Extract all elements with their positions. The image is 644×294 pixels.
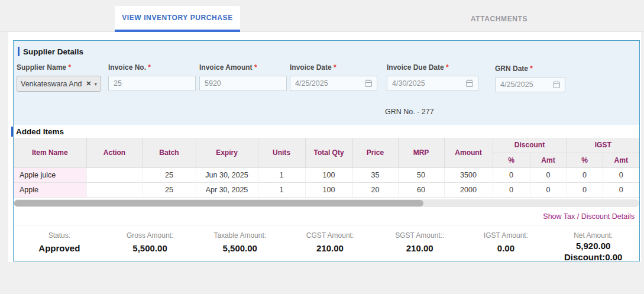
summary-label: Gross Amount: [105, 231, 195, 240]
field-invoice-date: Invoice Date * 4/25/2025 [290, 63, 377, 91]
invoice-due-date-input[interactable]: 4/30/2025 [387, 76, 478, 91]
cell-price: 35 [352, 167, 398, 182]
calendar-icon[interactable] [365, 80, 372, 87]
col-batch: Batch [143, 138, 196, 167]
summary-value: 0.00 [465, 243, 548, 253]
summary-label: Net Amount: [547, 231, 639, 240]
tab-attachments[interactable]: ATTACHMENTS [454, 7, 544, 31]
col-total-qty: Total Qty [305, 138, 352, 167]
field-label: Invoice Date * [290, 63, 377, 72]
table-row: Apple juice 25 Jun 30, 2025 1 100 35 50 … [14, 167, 639, 182]
chevron-down-icon[interactable]: ▾ [94, 81, 97, 87]
summary-igst-amount: IGST Amount: 0.00 [465, 231, 548, 262]
col-discount-pct: % [493, 153, 530, 167]
summary-label: SGST Amount:: [375, 231, 465, 240]
added-items-table: Item Name Action Batch Expiry Units Tota… [14, 138, 639, 198]
required-asterisk: * [446, 63, 449, 72]
supplier-details-title: Supplier Details [14, 41, 639, 56]
scrollbar-thumb[interactable] [14, 200, 423, 206]
invoice-amount-value: 5920 [205, 79, 221, 88]
cell-action [86, 182, 143, 197]
cell-igst-amt: 0 [603, 182, 639, 197]
summary-label: Taxable Amount: [195, 231, 285, 240]
invoice-date-value: 4/25/2025 [295, 79, 328, 88]
grn-date-value: 4/25/2025 [500, 80, 533, 89]
cell-units: 1 [258, 182, 305, 197]
supplier-name-value: Venkateswara And ... [21, 80, 83, 88]
summary-status: Status: Approved [14, 231, 105, 262]
cell-units: 1 [258, 167, 305, 182]
cell-amount: 2000 [444, 182, 493, 197]
required-asterisk: * [530, 64, 533, 73]
invoice-no-value: 25 [114, 79, 122, 88]
field-label-text: Invoice Due Date [387, 63, 444, 72]
tab-bar: VIEW INVENTORY PURCHASE ATTACHMENTS [0, 0, 644, 32]
invoice-due-date-value: 4/30/2025 [392, 79, 425, 88]
invoice-date-input[interactable]: 4/25/2025 [290, 76, 377, 91]
summary-gross-amount: Gross Amount: 5,500.00 [105, 231, 195, 262]
status-badge: Approved [14, 243, 105, 253]
added-items-title-text: Added Items [16, 127, 64, 136]
purchase-card: Supplier Details Supplier Name * Venkate… [8, 32, 641, 262]
field-label: GRN Date * [495, 64, 565, 73]
calendar-icon[interactable] [553, 82, 560, 88]
cell-price: 20 [352, 182, 398, 197]
summary-value: 210.00 [375, 243, 465, 253]
col-price: Price [352, 138, 398, 167]
summary-value: 210.00 [285, 243, 375, 253]
cell-item-name: Apple juice [14, 167, 86, 182]
field-label: Supplier Name * [17, 63, 101, 72]
summary-value: 5,500.00 [195, 243, 285, 253]
invoice-no-input[interactable]: 25 [108, 76, 196, 91]
col-igst-pct: % [567, 153, 603, 167]
clear-icon[interactable]: ✕ [86, 80, 91, 88]
field-label-text: Invoice Date [290, 63, 332, 72]
horizontal-scrollbar[interactable] [14, 199, 639, 207]
cell-discount-pct: 0 [493, 182, 530, 197]
cell-item-name: Apple [14, 182, 86, 197]
supplier-name-select[interactable]: Venkateswara And ... ✕ ▾ [17, 76, 101, 92]
cell-igst-amt: 0 [603, 167, 639, 182]
col-item-name: Item Name [14, 138, 86, 167]
col-group-discount: Discount [493, 138, 567, 153]
invoice-amount-input[interactable]: 5920 [199, 76, 287, 91]
col-mrp: MRP [398, 138, 444, 167]
field-label: Invoice No. * [108, 63, 196, 72]
field-invoice-no: Invoice No. * 25 [108, 63, 196, 91]
field-invoice-amount: Invoice Amount * 5920 [199, 63, 287, 91]
grn-number-text: GRN No. - 277 [385, 108, 434, 116]
field-invoice-due-date: Invoice Due Date * 4/30/2025 [387, 63, 478, 91]
col-igst-amt: Amt [603, 153, 639, 167]
calendar-icon[interactable] [466, 80, 473, 87]
cell-igst-pct: 0 [567, 182, 603, 197]
summary-label: IGST Amount: [465, 231, 548, 240]
field-grn-date: GRN Date * 4/25/2025 [495, 64, 565, 92]
cell-total-qty: 100 [305, 167, 352, 182]
added-items-title: Added Items [11, 125, 639, 138]
cell-mrp: 50 [398, 167, 444, 182]
col-action: Action [86, 138, 143, 167]
cell-mrp: 60 [398, 182, 444, 197]
col-discount-amt: Amt [530, 153, 567, 167]
cell-discount-amt: 0 [530, 182, 567, 197]
summary-cgst-amount: CGST Amount: 210.00 [285, 231, 375, 262]
tab-view-inventory-purchase[interactable]: VIEW INVENTORY PURCHASE [115, 6, 240, 32]
summary-value: 5,920.00 [547, 241, 639, 251]
col-amount: Amount [444, 138, 493, 167]
supplier-fields: Supplier Name * Venkateswara And ... ✕ ▾… [14, 63, 639, 99]
summary-value: 5,500.00 [105, 243, 195, 253]
summary-bar: Status: Approved Gross Amount: 5,500.00 … [14, 225, 639, 262]
field-label-text: Supplier Name [17, 63, 66, 72]
summary-sgst-amount: SGST Amount:: 210.00 [375, 231, 465, 262]
col-group-igst: IGST [567, 138, 639, 153]
summary-label: Status: [14, 231, 105, 240]
show-tax-discount-link[interactable]: Show Tax / Discount Details [543, 212, 635, 221]
cell-expiry: Apr 30, 2025 [196, 182, 258, 197]
field-label: Invoice Due Date * [387, 63, 478, 72]
col-expiry: Expiry [196, 138, 258, 167]
cell-discount-amt: 0 [530, 167, 567, 182]
purchase-container: Supplier Details Supplier Name * Venkate… [13, 40, 640, 261]
grn-date-input[interactable]: 4/25/2025 [495, 77, 565, 92]
supplier-details-panel: Supplier Details Supplier Name * Venkate… [14, 41, 639, 125]
summary-label: CGST Amount: [285, 231, 375, 240]
